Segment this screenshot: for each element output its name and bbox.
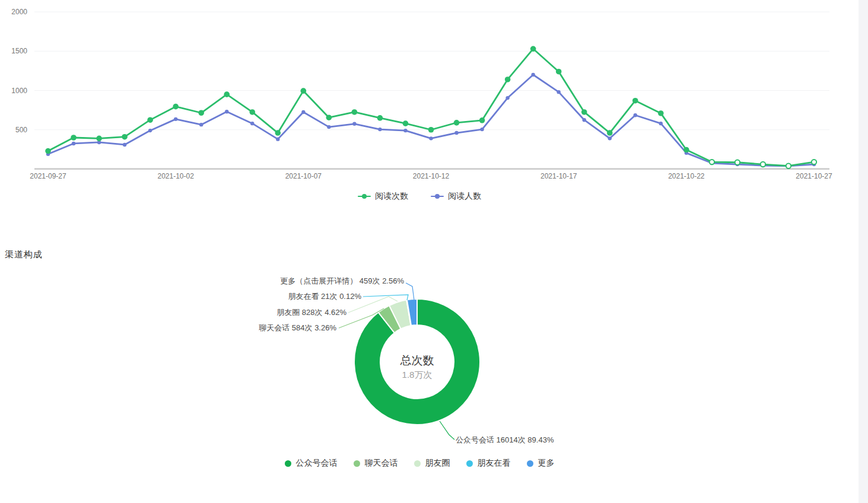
channel-donut-chart: 公众号会话 16014次 89.43%聊天会话 584次 3.26%朋友圈 82… [0, 0, 868, 503]
donut-center-title: 总次数 [400, 354, 434, 367]
legend-item-label: 更多 [538, 458, 555, 469]
donut-label-more[interactable]: 更多（点击展开详情） 459次 2.56% [280, 276, 404, 285]
legend-item-moments[interactable]: 朋友圈 [414, 458, 450, 469]
donut-label-friends-reading: 朋友在看 21次 0.12% [288, 292, 361, 301]
donut-label-chat-session: 聊天会话 584次 3.26% [259, 323, 336, 332]
moments-legend-dot [414, 460, 421, 467]
chat-session-legend-dot [354, 460, 360, 467]
legend-item-friends-reading[interactable]: 朋友在看 [466, 458, 511, 469]
legend-item-label: 朋友在看 [478, 458, 511, 469]
legend-item-label: 聊天会话 [365, 458, 398, 469]
legend-item-label: 公众号会话 [296, 458, 338, 469]
donut-label-official-account-session: 公众号会话 16014次 89.43% [456, 435, 554, 444]
legend-item-official-account-session[interactable]: 公众号会话 [285, 458, 338, 469]
donut-chart-legend: 公众号会话 聊天会话 朋友圈 朋友在看 更多 [0, 457, 839, 469]
wechat-mp-analytics-page: 5001000150020002021-09-272021-10-022021-… [0, 0, 868, 503]
official-account-session-legend-dot [285, 460, 291, 467]
legend-item-label: 朋友圈 [425, 458, 450, 469]
label-leader-line-official-account-session [440, 421, 454, 440]
friends-reading-legend-dot [466, 460, 473, 467]
legend-item-more[interactable]: 更多 [527, 458, 555, 469]
donut-center-value: 1.8万次 [402, 370, 433, 380]
legend-item-chat-session[interactable]: 聊天会话 [354, 458, 398, 469]
more-legend-dot [527, 460, 533, 467]
scrollbar-track[interactable] [859, 0, 868, 503]
donut-label-moments: 朋友圈 828次 4.62% [276, 308, 346, 317]
label-leader-line-more [406, 283, 414, 300]
